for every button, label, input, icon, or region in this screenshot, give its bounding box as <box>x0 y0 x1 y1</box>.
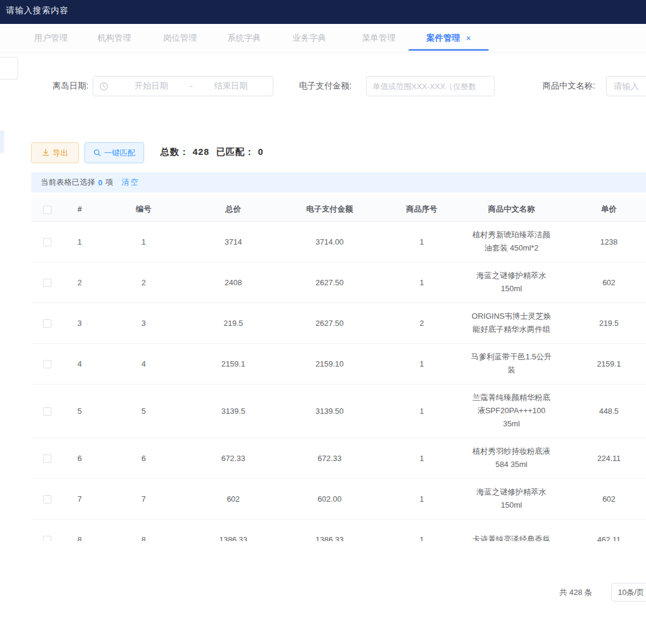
column-header: 编号 <box>96 197 191 221</box>
table-cell: 448.5 <box>563 384 646 438</box>
clock-icon <box>99 82 108 91</box>
table-cell: 219.5 <box>563 303 646 343</box>
column-header: 商品中文名称 <box>459 197 563 221</box>
table-body: 1137143714.001植村秀新琥珀臻萃洁颜油套装 450ml*212382… <box>31 221 646 541</box>
table-cell: 1238 <box>563 221 646 262</box>
table-cell: 602 <box>563 478 646 519</box>
case-management-page: 请输入搜索内容 用户管理机构管理岗位管理系统字典业务字典菜单管理案件管理× 离岛… <box>0 0 646 644</box>
matched-label: 已匹配： <box>216 146 254 157</box>
tab-3[interactable]: 岗位管理 <box>147 24 213 53</box>
table-cell: 1 <box>384 478 459 519</box>
tab-label: 机构管理 <box>97 33 131 44</box>
selection-info-bar: 当前表格已选择 0 项 清空 <box>31 172 646 193</box>
table-cell: 1 <box>63 221 96 262</box>
tab-label: 系统字典 <box>227 33 261 44</box>
table-cell: 2159.1 <box>563 343 646 384</box>
table-cell: 672.33 <box>191 438 275 478</box>
toolbar: 导出 一键匹配 总数：428 已匹配：0 <box>0 142 646 164</box>
selection-prefix: 当前表格已选择 <box>41 177 95 188</box>
data-table-container: #编号总价电子支付金额商品序号商品中文名称单价 1137143714.001植村… <box>31 197 646 541</box>
active-tab-underline <box>409 49 489 51</box>
tab-bar: 用户管理机构管理岗位管理系统字典业务字典菜单管理案件管理× <box>0 24 646 53</box>
table-row: 66672.33672.331植村秀羽纱持妆粉底液 584 35ml224.11 <box>31 438 646 478</box>
table-cell: 8 <box>63 519 96 541</box>
table-cell: 3714.00 <box>275 221 384 262</box>
selection-count: 0 <box>98 178 102 187</box>
table-cell: 5 <box>96 384 191 438</box>
filter-bar: 离岛日期: 开始日期 - 结束日期 电子支付金额: 商品中文名称: <box>0 76 646 100</box>
one-click-match-button[interactable]: 一键匹配 <box>84 142 144 163</box>
table-row: 2224082627.501海蓝之谜修护精萃水 150ml602 <box>31 262 646 303</box>
date-filter-label: 离岛日期: <box>53 81 89 91</box>
date-separator: - <box>187 81 195 91</box>
total-value: 428 <box>193 146 209 157</box>
table-row: 881386.331386.331卡诗菁纯亮泽经典香氛462.11 <box>31 519 646 541</box>
top-navbar: 请输入搜索内容 <box>0 0 646 24</box>
page-size-value: 10条/页 <box>618 587 644 598</box>
table-cell: 224.11 <box>563 438 646 478</box>
page-size-select[interactable]: 10条/页 <box>611 583 646 602</box>
product-filter-label: 商品中文名称: <box>543 81 595 91</box>
export-button[interactable]: 导出 <box>31 142 79 163</box>
column-header: 单价 <box>563 197 646 221</box>
product-name-cell: 兰蔻菁纯臻颜精华粉底液SPF20PA+++100 35ml <box>459 384 563 438</box>
table-row: 442159.12159.101马爹利蓝带干邑1.5公升装2159.1 <box>31 343 646 384</box>
table-cell: 1 <box>384 519 459 541</box>
table-cell: 672.33 <box>275 438 384 478</box>
product-name-cell: 马爹利蓝带干邑1.5公升装 <box>459 343 563 384</box>
table-cell: 3 <box>96 303 191 343</box>
table-cell: 2 <box>384 303 459 343</box>
select-all-checkbox[interactable] <box>43 206 51 214</box>
product-name-input[interactable] <box>606 76 646 96</box>
row-checkbox[interactable] <box>43 238 51 246</box>
table-cell: 3714 <box>191 221 275 262</box>
table-cell: 7 <box>63 478 96 519</box>
table-cell: 2627.50 <box>275 303 384 343</box>
product-name-cell: 植村秀新琥珀臻萃洁颜油套装 450ml*2 <box>459 221 563 262</box>
start-date-placeholder[interactable]: 开始日期 <box>115 81 187 91</box>
table-cell: 5 <box>63 384 96 438</box>
selection-suffix: 项 <box>105 177 113 188</box>
date-range-input[interactable]: 开始日期 - 结束日期 <box>93 76 273 96</box>
download-icon <box>42 149 50 157</box>
table-cell: 1386.33 <box>191 519 275 541</box>
row-checkbox[interactable] <box>43 407 51 416</box>
table-cell: 602.00 <box>275 478 384 519</box>
tab-5[interactable]: 业务字典 <box>276 24 342 53</box>
tab-6[interactable]: 菜单管理 <box>346 24 412 53</box>
tab-close-icon[interactable]: × <box>466 33 471 43</box>
search-icon <box>93 149 101 157</box>
table-cell: 602 <box>563 262 646 303</box>
table-cell: 8 <box>96 519 191 541</box>
row-checkbox[interactable] <box>43 319 51 328</box>
table-row: 77602602.001海蓝之谜修护精萃水 150ml602 <box>31 478 646 519</box>
end-date-placeholder[interactable]: 结束日期 <box>195 81 267 91</box>
column-header: # <box>63 197 96 221</box>
amount-input[interactable] <box>366 76 495 96</box>
tab-4[interactable]: 系统字典 <box>211 24 277 53</box>
product-name-cell: 海蓝之谜修护精萃水 150ml <box>459 262 563 303</box>
tab-1[interactable]: 用户管理 <box>18 24 84 53</box>
tab-7[interactable]: 案件管理× <box>416 24 482 53</box>
tab-label: 菜单管理 <box>362 33 395 44</box>
column-header: 总价 <box>191 197 275 221</box>
table-cell: 219.5 <box>191 303 275 343</box>
table-cell: 7 <box>96 478 191 519</box>
row-checkbox[interactable] <box>43 454 51 463</box>
table-cell: 3139.50 <box>275 384 384 438</box>
table-cell: 1 <box>384 262 459 303</box>
table-cell: 4 <box>96 343 191 384</box>
product-name-cell: ORIGINS韦博士灵芝焕能好底子精华水两件组 <box>459 303 563 343</box>
table-row: 1137143714.001植村秀新琥珀臻萃洁颜油套装 450ml*21238 <box>31 221 646 262</box>
table-cell: 462.11 <box>563 519 646 541</box>
pagination-total: 共 428 条 <box>559 587 592 598</box>
clear-selection-link[interactable]: 清空 <box>121 177 139 188</box>
row-checkbox[interactable] <box>43 536 51 541</box>
row-checkbox[interactable] <box>43 495 51 503</box>
row-checkbox[interactable] <box>43 279 51 287</box>
tab-2[interactable]: 机构管理 <box>81 24 147 53</box>
global-search-input[interactable]: 请输入搜索内容 <box>6 5 69 16</box>
table-cell: 1 <box>384 384 459 438</box>
table-cell: 2159.1 <box>191 343 275 384</box>
row-checkbox[interactable] <box>43 360 51 368</box>
